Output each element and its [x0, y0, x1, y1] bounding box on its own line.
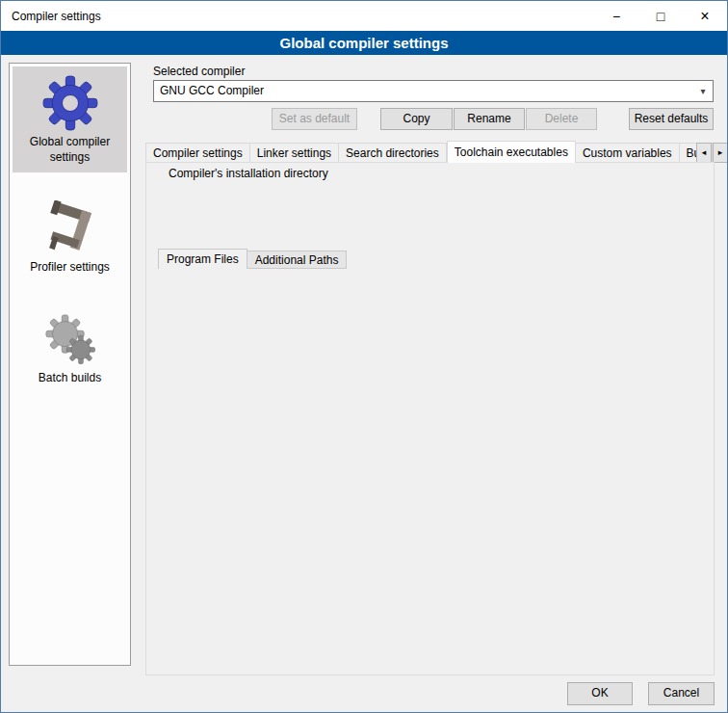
selected-compiler-label: Selected compiler	[153, 65, 245, 78]
delete-button[interactable]: Delete	[526, 108, 597, 130]
tab-custom-variables[interactable]: Custom variables	[576, 143, 680, 163]
selected-compiler-dropdown[interactable]: GNU GCC Compiler ▾	[153, 80, 714, 102]
close-button[interactable]: ×	[683, 1, 727, 31]
set-as-default-button[interactable]: Set as default	[272, 108, 357, 130]
tab-compiler-settings[interactable]: Compiler settings	[145, 143, 250, 163]
rename-button[interactable]: Rename	[454, 108, 525, 130]
gray-gears-icon	[14, 307, 125, 371]
window-controls: − □ ×	[594, 1, 727, 31]
program-files-subtabs: Program Files Additional Paths	[158, 249, 347, 269]
copy-button[interactable]: Copy	[380, 108, 453, 130]
gear-blue-icon	[14, 71, 125, 135]
sidebar-item-global-compiler-settings[interactable]: Global compiler settings	[13, 66, 127, 172]
compiler-settings-dialog: Compiler settings − □ × Global compiler …	[0, 0, 728, 713]
tab-scroll-right-button[interactable]: ▸	[713, 143, 728, 163]
clamp-tool-icon	[14, 197, 125, 260]
selected-compiler-value: GNU GCC Compiler	[160, 84, 264, 97]
subtab-program-files[interactable]: Program Files	[158, 249, 247, 269]
toolchain-executables-panel	[145, 162, 715, 675]
ok-button[interactable]: OK	[567, 682, 633, 705]
settings-category-list: Global compiler settings Profiler settin…	[9, 63, 131, 666]
page-title: Global compiler settings	[1, 31, 727, 55]
sidebar-item-label: Batch builds	[14, 371, 125, 386]
sidebar-item-profiler-settings[interactable]: Profiler settings	[13, 192, 127, 283]
tab-search-directories[interactable]: Search directories	[339, 143, 447, 163]
tab-scroll-left-button[interactable]: ◂	[696, 143, 712, 163]
installation-directory-group-title: Compiler's installation directory	[165, 167, 332, 180]
settings-tabs: Compiler settings Linker settings Search…	[145, 141, 713, 163]
tab-toolchain-executables[interactable]: Toolchain executables	[447, 141, 576, 163]
tab-linker-settings[interactable]: Linker settings	[250, 143, 339, 163]
cancel-button[interactable]: Cancel	[648, 682, 715, 705]
chevron-down-icon: ▾	[694, 82, 712, 100]
sidebar-item-batch-builds[interactable]: Batch builds	[13, 303, 127, 394]
sidebar-item-label: Profiler settings	[14, 260, 125, 276]
maximize-button[interactable]: □	[638, 1, 683, 31]
minimize-button[interactable]: −	[594, 1, 638, 31]
subtab-additional-paths[interactable]: Additional Paths	[247, 251, 348, 269]
window-title: Compiler settings	[1, 10, 101, 23]
sidebar-item-label: Global compiler settings	[14, 135, 125, 165]
reset-defaults-button[interactable]: Reset defaults	[629, 108, 714, 130]
